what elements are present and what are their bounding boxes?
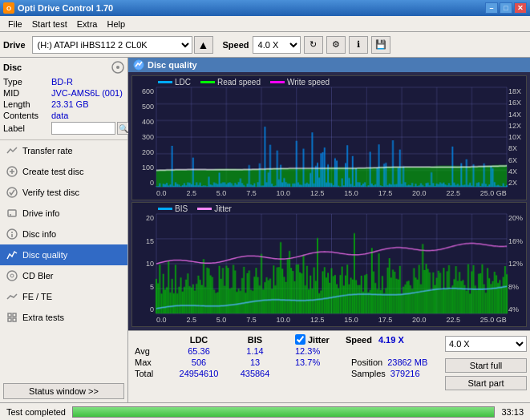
titlebar: O Opti Drive Control 1.70 – □ ✕	[0, 0, 530, 16]
nav-label-transfer-rate: Transfer rate	[22, 146, 73, 155]
disc-quality-header-icon	[133, 59, 144, 71]
write-speed-color	[270, 81, 285, 83]
legend-read-speed: Read speed	[200, 78, 261, 87]
progress-bar	[73, 407, 494, 417]
chart2-yaxis-right: 20%16%12%8%4%	[507, 214, 526, 313]
avg-label: Avg	[135, 346, 167, 356]
test-speed-select[interactable]: 4.0 X	[445, 336, 527, 352]
info-button[interactable]: ℹ	[349, 36, 368, 54]
stats-content: LDC BIS Jitter Speed 4.19 X Avg 65.36 1.…	[128, 331, 530, 402]
svg-point-11	[7, 271, 17, 281]
chart2-legend: BIS Jitter	[158, 204, 232, 213]
avg-jitter: 12.3%	[295, 346, 343, 356]
jitter-header: Jitter	[308, 335, 330, 345]
menubar: File Start test Extra Help	[0, 16, 530, 32]
legend-ldc: LDC	[158, 78, 191, 87]
titlebar-left: O Opti Drive Control 1.70	[3, 2, 113, 14]
ldc-label: LDC	[175, 78, 191, 87]
total-ldc: 24954610	[167, 369, 231, 378]
chart2: BIS Jitter 20151050 20%16%12%8%4%	[131, 202, 527, 327]
contents-value: data	[51, 111, 68, 120]
position-label: Position	[351, 357, 382, 367]
chart1: LDC Read speed Write speed 6005004003002	[131, 75, 527, 200]
svg-rect-16	[13, 318, 16, 321]
read-speed-color	[200, 81, 215, 83]
sidebar-item-create-test-disc[interactable]: Create test disc	[0, 161, 127, 182]
stats-table: LDC BIS Jitter Speed 4.19 X Avg 65.36 1.…	[128, 331, 442, 402]
speed-select[interactable]: 4.0 X	[253, 36, 301, 54]
nav-label-verify-test-disc: Verify test disc	[22, 188, 79, 197]
save-button[interactable]: 💾	[371, 36, 390, 54]
progress-bar-container	[72, 406, 495, 418]
statusbar: Test completed 33:13	[0, 402, 530, 420]
jitter-checkbox[interactable]	[295, 334, 305, 345]
sidebar-item-disc-quality[interactable]: Disc quality	[0, 244, 127, 265]
svg-rect-13	[8, 313, 11, 317]
status-window-button[interactable]: Status window >>	[3, 383, 124, 399]
transfer-rate-icon	[6, 145, 18, 156]
svg-point-12	[10, 274, 14, 277]
sidebar-item-cd-bler[interactable]: CD Bler	[0, 265, 127, 286]
eject-button[interactable]: ▲	[194, 36, 213, 54]
stats-buttons: 4.0 X Start full Start part	[442, 331, 530, 402]
ldc-color	[158, 81, 172, 83]
nav-label-fe-te: FE / TE	[22, 292, 52, 301]
legend-bis: BIS	[158, 204, 188, 213]
sidebar-item-verify-test-disc[interactable]: Verify test disc	[0, 182, 127, 203]
total-label: Total	[135, 369, 167, 378]
titlebar-controls: – □ ✕	[485, 2, 527, 14]
avg-ldc: 65.36	[167, 346, 231, 356]
svg-rect-6	[8, 210, 16, 216]
menu-extra[interactable]: Extra	[72, 18, 103, 30]
stats-bis-header: BIS	[231, 335, 279, 345]
toolbar: Drive (H:) ATAPI iHBS112 2 CL0K ▲ Speed …	[0, 32, 530, 58]
content-title: Disc quality	[148, 60, 197, 70]
sidebar-item-transfer-rate[interactable]: Transfer rate	[0, 140, 127, 161]
refresh-button[interactable]: ↻	[304, 36, 323, 54]
settings-button[interactable]: ⚙	[326, 36, 346, 54]
disc-label-input[interactable]	[51, 122, 115, 135]
chart1-yaxis-right: 18X16X14X12X10X8X6X4X2X	[507, 87, 526, 187]
stats-area: LDC BIS Jitter Speed 4.19 X Avg 65.36 1.…	[128, 330, 530, 402]
max-ldc: 506	[167, 357, 231, 367]
stats-total-row: Total 24954610 435864 Samples 379216	[135, 369, 435, 378]
type-value: BD-R	[51, 77, 73, 87]
stats-header-row: LDC BIS Jitter Speed 4.19 X	[135, 334, 435, 345]
start-full-button[interactable]: Start full	[445, 358, 527, 373]
menu-start-test[interactable]: Start test	[27, 18, 72, 30]
nav-label-drive-info: Drive info	[22, 208, 59, 218]
minimize-button[interactable]: –	[485, 2, 498, 14]
content-area: Disc quality LDC Read speed	[128, 58, 530, 402]
svg-point-1	[116, 66, 119, 69]
nav-label-cd-bler: CD Bler	[22, 271, 54, 281]
status-text: Test completed	[6, 407, 66, 417]
drive-select[interactable]: (H:) ATAPI iHBS112 2 CL0K	[32, 36, 192, 54]
sidebar-item-extra-tests[interactable]: Extra tests	[0, 307, 127, 328]
sidebar-item-disc-info[interactable]: Disc info	[0, 224, 127, 244]
svg-point-5	[7, 188, 17, 197]
length-label: Length	[3, 99, 51, 109]
svg-rect-14	[13, 313, 16, 317]
position-value: 23862 MB	[387, 357, 427, 367]
maximize-button[interactable]: □	[500, 2, 512, 14]
drive-info-icon	[6, 208, 18, 219]
menu-help[interactable]: Help	[102, 18, 130, 30]
write-speed-label: Write speed	[287, 78, 330, 87]
menu-file[interactable]: File	[3, 18, 27, 30]
contents-label: Contents	[3, 111, 51, 120]
stats-max-row: Max 506 13 13.7% Position 23862 MB	[135, 357, 435, 367]
jitter-color	[197, 208, 212, 210]
total-bis: 435864	[231, 369, 279, 378]
close-button[interactable]: ✕	[514, 2, 527, 14]
sidebar-item-fe-te[interactable]: FE / TE	[0, 286, 127, 307]
sidebar-item-drive-info[interactable]: Drive info	[0, 203, 127, 224]
start-part-button[interactable]: Start part	[445, 376, 527, 390]
disc-icon	[111, 61, 124, 74]
chart1-yaxis: 6005004003002001000	[132, 87, 156, 187]
create-disc-icon	[6, 166, 18, 177]
charts-area: LDC Read speed Write speed 6005004003002	[128, 72, 530, 330]
speed-header: Speed	[346, 335, 372, 345]
speed-selector-row: 4.0 X	[445, 336, 527, 352]
label-label: Label	[3, 123, 51, 133]
nav-label-disc-info: Disc info	[22, 229, 56, 239]
